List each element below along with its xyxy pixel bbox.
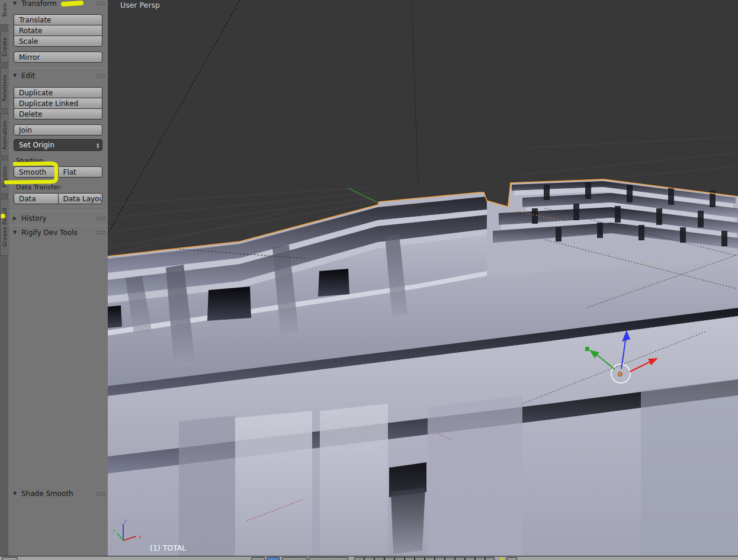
- chevron-right-icon: ▶: [13, 215, 18, 221]
- header-button[interactable]: [506, 557, 517, 560]
- panel-title: Edit: [21, 72, 35, 80]
- data-layout-button[interactable]: Data Layout: [58, 193, 103, 204]
- panel-grip-icon[interactable]: [96, 491, 105, 495]
- tab-relations[interactable]: Relations: [0, 67, 9, 109]
- panel-header-edit[interactable]: ▼ Edit: [8, 70, 108, 81]
- panel-title: Rigify Dev Tools: [21, 228, 78, 237]
- chevron-down-icon: ▼: [13, 491, 18, 496]
- tab-animation[interactable]: Animation: [0, 114, 9, 156]
- panel-separator: [8, 225, 108, 226]
- axis-y-label: y: [113, 527, 116, 533]
- header-button-row[interactable]: [354, 557, 495, 560]
- duplicate-button[interactable]: Duplicate: [14, 87, 102, 98]
- 3d-viewport[interactable]: z y x User Persp (1) TOTAL: [108, 0, 738, 556]
- chevron-down-icon: ▼: [13, 230, 18, 235]
- tool-shelf-tab-column: Tools Create Relations Animation Physics…: [0, 0, 8, 556]
- panel-grip-icon[interactable]: [96, 230, 105, 234]
- tab-create[interactable]: Create: [0, 31, 9, 63]
- scene-stats-label: (1) TOTAL: [150, 543, 186, 552]
- panel-separator: [8, 68, 108, 69]
- panel-header-shade-smooth-redo[interactable]: ▼ Shade Smooth: [8, 488, 108, 498]
- tab-grease-pencil[interactable]: Grease Pencil: [0, 199, 9, 256]
- panel-grip-icon[interactable]: [96, 1, 105, 5]
- view-name-label: User Persp: [120, 1, 160, 9]
- layer-dot-icon: [500, 558, 503, 560]
- tool-shelf: Tools Create Relations Animation Physics…: [0, 0, 108, 556]
- bottom-header-strip: [0, 556, 738, 560]
- header-dropdown[interactable]: [309, 557, 348, 560]
- header-button[interactable]: [251, 557, 265, 560]
- panel-title: History: [21, 214, 47, 223]
- updown-arrows-icon: ▲▼: [97, 143, 99, 148]
- axis-x-label: x: [139, 534, 142, 540]
- panel-grip-icon[interactable]: [96, 73, 105, 78]
- panel-grip-icon[interactable]: [96, 216, 105, 220]
- chevron-down-icon: ▼: [13, 73, 18, 78]
- join-button[interactable]: Join: [14, 124, 102, 136]
- scale-button[interactable]: Scale: [14, 36, 102, 47]
- header-button[interactable]: [282, 557, 307, 560]
- shade-flat-button[interactable]: Flat: [58, 166, 103, 178]
- panel-header-transform[interactable]: ▼ Transform: [8, 0, 108, 8]
- panel-header-rigify-dev-tools[interactable]: ▼ Rigify Dev Tools: [8, 227, 108, 237]
- delete-button[interactable]: Delete: [14, 108, 102, 120]
- header-button[interactable]: [2, 557, 18, 560]
- panel-separator: [8, 211, 108, 211]
- shade-smooth-button[interactable]: Smooth: [14, 166, 59, 178]
- shading-label: Shading:: [16, 157, 108, 165]
- set-origin-dropdown[interactable]: Set Origin ▲▼: [14, 139, 102, 151]
- tab-physics[interactable]: Physics: [0, 160, 9, 194]
- mirror-button[interactable]: Mirror: [14, 52, 102, 63]
- 3d-scene[interactable]: z y x User Persp (1) TOTAL: [108, 0, 738, 556]
- manipulator-center-dot[interactable]: [618, 372, 623, 376]
- panel-header-history[interactable]: ▶ History: [8, 213, 108, 223]
- translate-button[interactable]: Translate: [14, 14, 102, 25]
- rotate-button[interactable]: Rotate: [14, 25, 102, 36]
- tab-tools[interactable]: Tools: [0, 0, 9, 25]
- blender-window: Tools Create Relations Animation Physics…: [0, 0, 738, 560]
- panel-title: Transform: [21, 0, 57, 8]
- manipulator-y-handle[interactable]: [585, 347, 589, 351]
- header-button-active[interactable]: [267, 557, 280, 560]
- data-transfer-label: Data Transfer:: [16, 184, 108, 191]
- tool-shelf-panels: ▼ Transform Translate Rotate Scale Mirro…: [8, 0, 108, 556]
- data-button[interactable]: Data: [14, 193, 59, 204]
- chevron-down-icon: ▼: [13, 1, 18, 6]
- panel-title: Shade Smooth: [21, 490, 73, 498]
- duplicate-linked-button[interactable]: Duplicate Linked: [14, 98, 102, 109]
- axis-z-label: z: [124, 518, 127, 524]
